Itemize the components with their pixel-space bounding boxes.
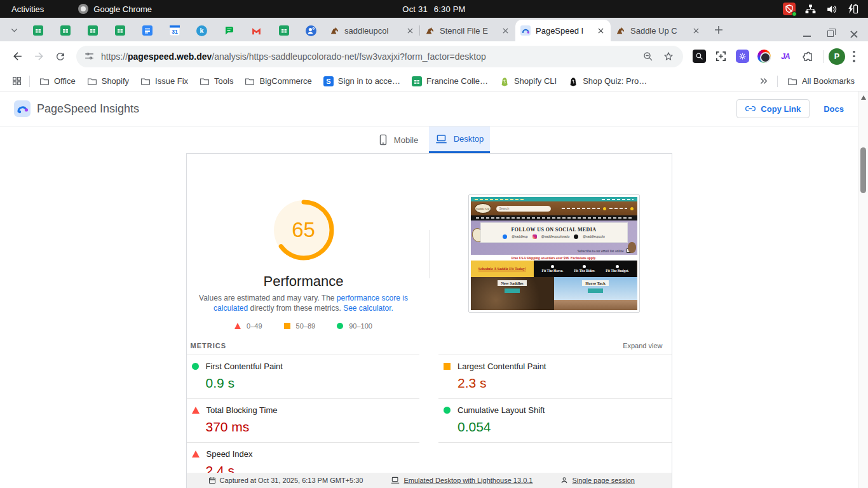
site-topbar: [471, 197, 637, 201]
pagespeed-insights-page: PageSpeed Insights Copy Link Docs Mobile…: [0, 92, 858, 488]
url-text[interactable]: https://pagespeed.web.dev/analysis/https…: [101, 51, 634, 62]
svg-text:k: k: [200, 27, 204, 34]
page-title: PageSpeed Insights: [37, 102, 139, 116]
tab-desktop[interactable]: Desktop: [429, 126, 490, 153]
sheets-icon: [412, 76, 422, 86]
orange-square-icon: [444, 363, 451, 370]
instagram-icon: [532, 234, 537, 239]
scrollbar-thumb[interactable]: [860, 147, 866, 193]
chrome-menu-icon[interactable]: [853, 51, 855, 62]
metric-value: 0.9 s: [192, 376, 420, 391]
window-restore-button[interactable]: [827, 30, 834, 37]
divider: [430, 230, 430, 278]
extension-camera-lens-icon[interactable]: [756, 49, 771, 64]
all-bookmarks-button[interactable]: All Bookmarks: [782, 74, 860, 89]
scroll-up-arrow[interactable]: [861, 95, 866, 100]
site-logo: Saddle Up: [475, 203, 491, 214]
smartsheet-icon: S: [323, 76, 334, 86]
network-tray-icon[interactable]: [804, 3, 817, 15]
pinned-tab-chat[interactable]: [215, 20, 243, 41]
site-sticker: [628, 242, 636, 253]
back-button[interactable]: [6, 46, 28, 67]
tab-pagespeed-active[interactable]: PageSpeed I: [515, 20, 611, 41]
bookmark-shopify-cli[interactable]: Shopify CLI: [494, 74, 562, 89]
window-close-button[interactable]: [850, 30, 858, 37]
tab-close-icon[interactable]: [405, 25, 415, 36]
shield-blocker-tray-icon[interactable]: [783, 3, 796, 15]
window-controls: [803, 30, 868, 41]
pinned-tab-gmail[interactable]: [243, 20, 270, 41]
bookmark-star-icon[interactable]: [663, 51, 674, 62]
mobile-phone-icon: [379, 134, 388, 146]
pinned-tab-sheets-1[interactable]: [24, 20, 51, 41]
docs-link[interactable]: Docs: [824, 104, 844, 114]
system-clock[interactable]: Oct 316:30 PM: [0, 4, 868, 14]
volume-tray-icon[interactable]: [825, 3, 837, 15]
tab-saddle-up[interactable]: Saddle Up C: [611, 20, 706, 41]
site-shipping-banner: Free USA Shipping on orders over $98. Ex…: [471, 255, 637, 261]
copy-link-button[interactable]: Copy Link: [736, 99, 810, 118]
pinned-tab-sheets-4[interactable]: [106, 20, 133, 41]
tab-close-icon[interactable]: [595, 25, 606, 36]
profile-avatar[interactable]: P: [829, 48, 845, 65]
site-settings-icon[interactable]: [84, 51, 95, 62]
system-top-bar: Activities Google Chrome Oct 316:30 PM: [0, 0, 868, 18]
pinned-tab-docs[interactable]: [133, 20, 161, 41]
shopify-bag-dark-icon: [568, 76, 578, 86]
tab-stencil-file[interactable]: Stencil File E: [420, 20, 515, 41]
horse-favicon: [330, 26, 339, 36]
emulated-environment-link[interactable]: Emulated Desktop with Lighthouse 13.0.1: [391, 477, 532, 484]
extension-ja-icon[interactable]: JA: [778, 49, 793, 64]
desktop-laptop-icon: [435, 134, 447, 144]
page-scrollbar[interactable]: [858, 92, 868, 488]
orange-square-icon: [284, 323, 290, 329]
pinned-tab-sheets-5[interactable]: [270, 20, 297, 41]
battery-tray-icon[interactable]: [846, 3, 859, 15]
tab-close-icon[interactable]: [500, 25, 510, 36]
extension-seo-search-icon[interactable]: [691, 49, 707, 64]
extension-settings-purple-icon[interactable]: [735, 49, 750, 64]
zoom-indicator-icon[interactable]: [642, 51, 654, 62]
bookmark-sign-in[interactable]: S Sign in to acce…: [318, 74, 406, 89]
bookmarks-overflow-chevron[interactable]: [754, 74, 773, 88]
pinned-tab-sheets-3[interactable]: [79, 20, 106, 41]
browser-tab-strip: 31 k saddleupcol Stencil File E PageSpee…: [0, 18, 868, 41]
metric-value: 2.3 s: [444, 376, 672, 391]
pinned-tab-kajabi[interactable]: k: [188, 20, 215, 41]
forward-button[interactable]: [28, 46, 50, 67]
extensions-puzzle-icon[interactable]: [799, 49, 815, 64]
site-screenshot-thumbnail[interactable]: Saddle Up Search FOLLOW US ON SOCIAL MED…: [468, 194, 640, 313]
tab-mobile[interactable]: Mobile: [368, 126, 429, 153]
tab-saddleupcolorado[interactable]: saddleupcol: [325, 20, 420, 41]
svg-text:31: 31: [172, 29, 178, 35]
session-type-link[interactable]: Single page session: [560, 477, 634, 484]
bookmark-folder-shopify[interactable]: Shopify: [81, 74, 135, 89]
site-fit-strip: Fit The Horse. Fit The Rider. Fit The Bu…: [534, 261, 637, 277]
new-tab-button[interactable]: [710, 21, 728, 39]
category-label: Performance: [187, 273, 421, 290]
tab-search-chevron-button[interactable]: [5, 21, 23, 39]
expand-view-button[interactable]: Expand view: [623, 342, 662, 349]
bookmark-folder-issue-fix[interactable]: Issue Fix: [135, 74, 194, 89]
pinned-tab-assistant[interactable]: [297, 20, 325, 41]
bookmark-folder-office[interactable]: Office: [34, 74, 81, 89]
red-triangle-icon: [192, 451, 200, 458]
site-button: [505, 288, 520, 293]
pinned-tab-calendar[interactable]: 31: [161, 20, 188, 41]
pinned-tab-sheets-2[interactable]: [51, 20, 79, 41]
bookmark-francine[interactable]: Francine Colle…: [406, 74, 494, 89]
window-minimize-button[interactable]: [803, 36, 811, 37]
apps-grid-icon[interactable]: [9, 74, 24, 89]
site-nav: [471, 215, 637, 220]
tab-close-icon[interactable]: [691, 25, 701, 36]
green-circle-icon: [444, 407, 451, 414]
see-calculator-link[interactable]: See calculator.: [343, 304, 393, 313]
folder-icon: [200, 76, 210, 86]
red-triangle-icon: [192, 407, 200, 414]
address-bar[interactable]: https://pagespeed.web.dev/analysis/https…: [76, 46, 683, 67]
reload-button[interactable]: [50, 46, 71, 67]
bookmark-shop-quiz[interactable]: Shop Quiz: Pro…: [562, 74, 653, 89]
extension-screen-capture-icon[interactable]: [713, 49, 728, 64]
bookmark-folder-tools[interactable]: Tools: [194, 74, 239, 89]
bookmark-folder-bigcommerce[interactable]: BigCommerce: [239, 74, 317, 89]
